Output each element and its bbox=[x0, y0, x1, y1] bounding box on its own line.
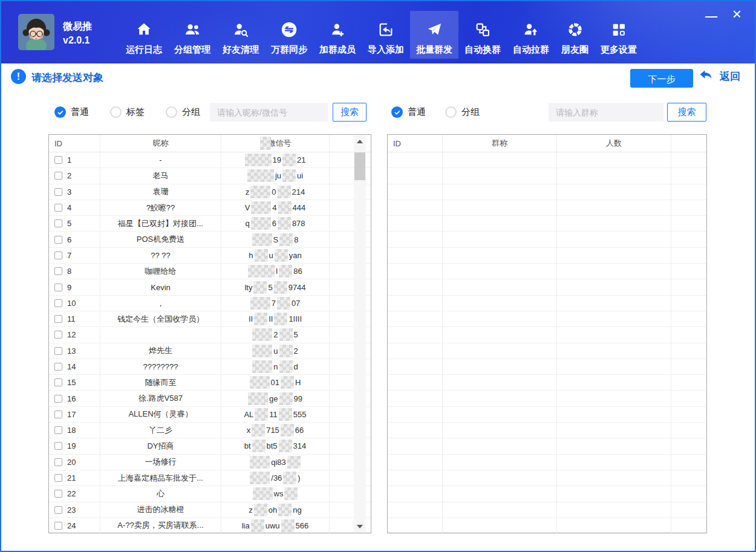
table-row[interactable]: 4?鮫嚓??V4444 bbox=[49, 200, 371, 216]
group-search-input[interactable] bbox=[549, 103, 663, 122]
nav-item-moments[interactable]: 朋友圈 bbox=[555, 1, 595, 63]
scroll-down-button[interactable] bbox=[354, 521, 366, 532]
friend-search-button[interactable]: 搜索 bbox=[333, 103, 367, 122]
row-checkbox[interactable] bbox=[54, 347, 62, 355]
row-checkbox[interactable] bbox=[54, 188, 62, 196]
row-checkbox[interactable] bbox=[54, 284, 62, 291]
row-id-cell: 12 bbox=[49, 327, 100, 342]
radio-unchecked-icon[interactable] bbox=[445, 106, 457, 118]
minimize-button[interactable]: — bbox=[705, 10, 717, 22]
nav-item-auto-pull-group[interactable]: 自动拉群 bbox=[507, 1, 555, 63]
row-checkbox[interactable] bbox=[54, 474, 62, 482]
row-checkbox[interactable] bbox=[54, 490, 62, 498]
row-checkbox[interactable] bbox=[54, 395, 62, 403]
row-checkbox[interactable] bbox=[54, 426, 62, 434]
filter-group-normal[interactable]: 普通 bbox=[391, 106, 426, 118]
row-wxid: liauwu566 bbox=[221, 518, 330, 533]
table-row[interactable]: 20一场修行qi83 bbox=[49, 455, 371, 470]
row-checkbox[interactable] bbox=[54, 331, 62, 339]
table-row bbox=[388, 264, 706, 279]
row-checkbox[interactable] bbox=[54, 458, 62, 466]
row-wxid: AL11555 bbox=[221, 407, 330, 422]
table-row[interactable]: 10,707 bbox=[49, 296, 371, 311]
wxid-fragment: ge bbox=[269, 394, 278, 403]
row-checkbox[interactable] bbox=[54, 378, 62, 386]
table-row[interactable]: 18丫二彡x71566 bbox=[49, 423, 371, 438]
table-row[interactable]: 7?? ??huyan bbox=[49, 248, 371, 264]
table-row[interactable]: 13烨先生u2 bbox=[49, 343, 371, 359]
row-checkbox[interactable] bbox=[54, 442, 62, 450]
radio-checked-icon[interactable] bbox=[54, 106, 66, 118]
table-row[interactable]: 9Kevinlty59744 bbox=[49, 279, 371, 295]
row-checkbox[interactable] bbox=[54, 172, 62, 180]
row-checkbox[interactable] bbox=[54, 252, 62, 259]
table-row[interactable]: 2老马juui bbox=[49, 168, 371, 184]
nav-item-group-manage[interactable]: 分组管理 bbox=[168, 1, 217, 63]
table-row bbox=[388, 455, 706, 470]
row-checkbox[interactable] bbox=[54, 219, 62, 227]
row-wxid: 25 bbox=[221, 327, 330, 342]
row-checkbox[interactable] bbox=[54, 156, 62, 164]
filter-group-grouped[interactable]: 分组 bbox=[445, 106, 480, 118]
radio-unchecked-icon[interactable] bbox=[166, 106, 177, 118]
filter-friend-group[interactable]: 分组 bbox=[166, 106, 200, 118]
table-row[interactable]: 22心ws bbox=[49, 486, 371, 502]
wxid-fragment: yan bbox=[289, 251, 302, 260]
nav-item-run-log[interactable]: 运行日志 bbox=[120, 1, 168, 63]
table-row[interactable]: 5福星【已双封】对接团...q6878 bbox=[49, 216, 371, 232]
row-wxid: l86 bbox=[221, 264, 330, 279]
row-nickname: 一场修行 bbox=[100, 455, 221, 470]
nav-item-add-member[interactable]: 加群成员 bbox=[313, 1, 362, 63]
nav-item-group-sync[interactable]: 万群同步 bbox=[265, 1, 313, 63]
table-row[interactable]: 17ALLEN何（灵睿）AL11555 bbox=[49, 407, 371, 423]
row-checkbox[interactable] bbox=[54, 522, 62, 530]
table-row[interactable]: 19DY招商btbt5314 bbox=[49, 438, 371, 454]
filter-friend-normal[interactable]: 普通 bbox=[54, 106, 89, 118]
row-checkbox[interactable] bbox=[54, 299, 62, 307]
scroll-up-button[interactable] bbox=[354, 135, 366, 147]
table-row[interactable]: 23进击的冰糖橙zohng bbox=[49, 502, 371, 518]
scrollbar-thumb[interactable] bbox=[354, 152, 365, 180]
table-row[interactable]: 3袁珊z0214 bbox=[49, 184, 371, 200]
close-button[interactable]: × bbox=[732, 6, 741, 22]
row-checkbox[interactable] bbox=[54, 267, 62, 275]
radio-checked-icon[interactable] bbox=[391, 106, 403, 118]
table-row[interactable]: 1225 bbox=[49, 327, 371, 343]
nav-item-friend-clean[interactable]: 好友清理 bbox=[217, 1, 265, 63]
nav-item-auto-switch-group[interactable]: 自动换群 bbox=[458, 1, 507, 63]
table-row[interactable]: 24A-??卖房，买房请联系...liauwu566 bbox=[49, 518, 371, 534]
nav-item-batch-send[interactable]: 批量群发 bbox=[410, 1, 458, 63]
nav-item-import-add[interactable]: 导入添加 bbox=[362, 1, 410, 63]
back-button[interactable]: 返回 bbox=[698, 68, 740, 85]
row-checkbox[interactable] bbox=[54, 236, 62, 244]
wxid-fragment: qi83 bbox=[271, 458, 286, 467]
table-row[interactable]: 6POS机免费送S8 bbox=[49, 232, 371, 247]
row-id: 21 bbox=[67, 473, 76, 482]
nav-item-more-settings[interactable]: 更多设置 bbox=[595, 1, 643, 63]
table-row[interactable]: 1-1921 bbox=[49, 152, 371, 168]
row-wxid: 707 bbox=[221, 296, 330, 311]
blurred-text bbox=[251, 519, 264, 532]
friend-search-input[interactable] bbox=[210, 103, 328, 122]
row-checkbox[interactable] bbox=[54, 506, 62, 514]
next-step-button[interactable]: 下一步 bbox=[630, 69, 693, 88]
friend-table-scrollbar[interactable] bbox=[354, 135, 366, 532]
radio-unchecked-icon[interactable] bbox=[110, 106, 122, 118]
row-nickname: 钱定今生（全国收学员） bbox=[100, 311, 221, 326]
row-checkbox[interactable] bbox=[54, 204, 62, 212]
table-row[interactable]: 21上海嘉定精品车批发于.../36) bbox=[49, 470, 371, 486]
row-checkbox[interactable] bbox=[54, 315, 62, 323]
row-checkbox[interactable] bbox=[54, 411, 62, 418]
blurred-text bbox=[281, 424, 294, 437]
row-wxid: ge99 bbox=[221, 391, 330, 406]
table-row[interactable]: 15随缘而至01H bbox=[49, 375, 371, 391]
group-search-button[interactable]: 搜索 bbox=[667, 103, 706, 122]
table-row[interactable]: 11钱定今生（全国收学员）IIII1IIII bbox=[49, 311, 371, 327]
row-checkbox[interactable] bbox=[54, 363, 62, 371]
row-id: 17 bbox=[67, 410, 76, 419]
table-row[interactable]: 8咖喱给给l86 bbox=[49, 264, 371, 279]
filter-friend-tag[interactable]: 标签 bbox=[110, 106, 145, 118]
table-row[interactable]: 16徐.路虎V587ge99 bbox=[49, 391, 371, 406]
table-row[interactable]: 14????????nd bbox=[49, 359, 371, 375]
blurred-text bbox=[253, 281, 267, 294]
